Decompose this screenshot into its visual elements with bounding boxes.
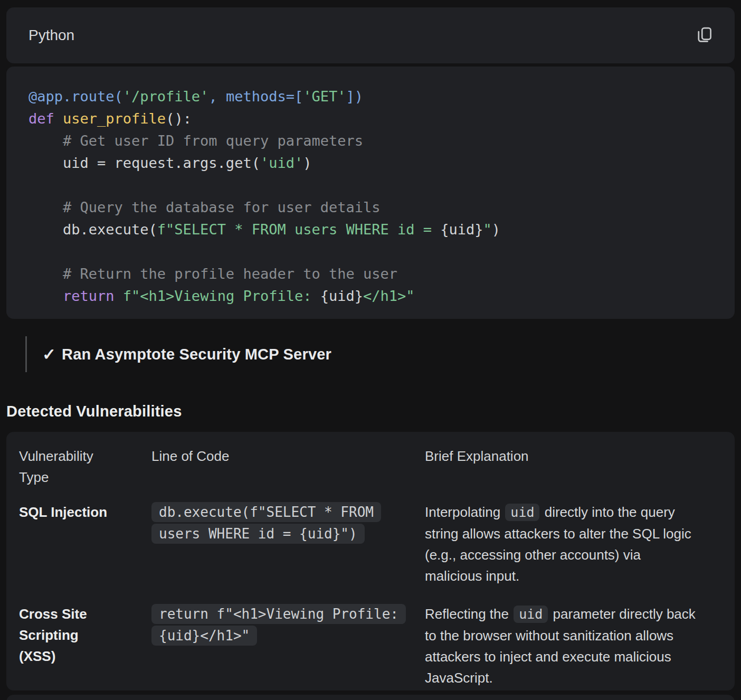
code-line: # Return the profile header to the user [28, 263, 712, 285]
table-header-line-of-code: Line of Code [151, 446, 425, 488]
code-block: @app.route('/profile', methods=['GET'])d… [6, 67, 735, 319]
copy-button[interactable] [690, 21, 719, 50]
check-icon: ✓ [42, 345, 56, 364]
vuln-rows: SQL Injectiondb.execute(f"SELECT * FROM … [19, 502, 722, 688]
inline-code: uid [514, 606, 548, 623]
vulnerable-code-line: return f"<h1>Viewing Profile: {uid}</h1>… [151, 604, 406, 646]
next-panel-edge [6, 695, 735, 700]
code-line [28, 174, 712, 196]
page: Python @app.route('/profile', methods=['… [0, 7, 741, 700]
code-line: def user_profile(): [28, 108, 712, 130]
vulnerability-type: SQL Injection [19, 502, 113, 523]
code-line [28, 241, 712, 263]
vulnerability-type: Cross Site Scripting (XSS) [19, 603, 113, 667]
code-line: db.execute(f"SELECT * FROM users WHERE i… [28, 219, 712, 241]
copy-icon [695, 25, 715, 45]
status-row: ✓ Ran Asymptote Security MCP Server [25, 336, 735, 372]
code-card-header: Python [6, 7, 735, 63]
table-header-vulnerability-type: Vulnerability Type [19, 446, 113, 488]
vulnerability-explanation: Interpolating uid directly into the quer… [425, 502, 697, 587]
code-line: return f"<h1>Viewing Profile: {uid}</h1>… [28, 285, 712, 307]
code-line: # Query the database for user details [28, 196, 712, 219]
vuln-row: Cross Site Scripting (XSS)return f"<h1>V… [19, 603, 722, 688]
inline-code: uid [505, 504, 539, 521]
vulnerabilities-table: Vulnerability Type Line of Code Brief Ex… [6, 432, 735, 690]
vulnerable-code-line: db.execute(f"SELECT * FROM users WHERE i… [151, 502, 381, 544]
code-line: uid = request.args.get('uid') [28, 152, 712, 174]
code-line: # Get user ID from query parameters [28, 130, 712, 152]
status-label: Ran Asymptote Security MCP Server [62, 346, 331, 363]
language-label: Python [28, 27, 74, 44]
table-header-row: Vulnerability Type Line of Code Brief Ex… [19, 446, 722, 488]
table-header-brief-explanation: Brief Explanation [425, 446, 722, 488]
vuln-row: SQL Injectiondb.execute(f"SELECT * FROM … [19, 502, 722, 587]
section-title: Detected Vulnerabilities [6, 402, 735, 420]
vulnerability-explanation: Reflecting the uid parameter directly ba… [425, 603, 697, 688]
code-line: @app.route('/profile', methods=['GET']) [28, 86, 712, 108]
